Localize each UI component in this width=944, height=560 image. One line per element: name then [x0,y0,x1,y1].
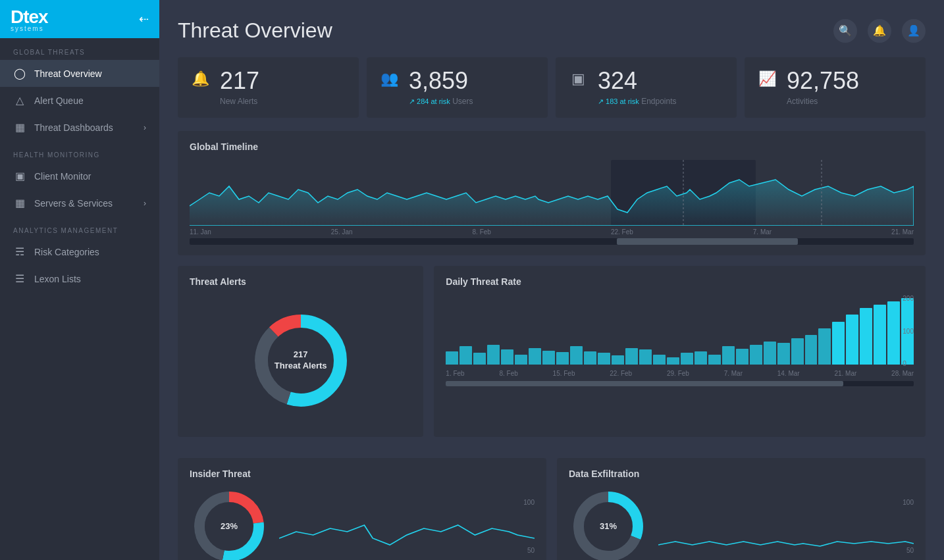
bar [791,338,804,365]
stat-card-alerts-content: 217 New Alerts [220,69,346,106]
bar-chart-right-labels: 200 100 0 [903,295,914,367]
daily-chart-scrollbar[interactable] [446,381,914,386]
donut-wrap: 217 Threat Alerts [190,295,411,426]
grid-icon: ▦ [13,121,26,134]
endpoints-value: 324 [598,69,723,93]
bar [846,315,858,365]
activities-icon: 📈 [758,70,776,88]
notifications-button[interactable]: 🔔 [868,19,891,43]
bar [529,348,541,365]
alerts-label: New Alerts [220,97,346,106]
timeline-scrollbar[interactable] [190,238,914,245]
activities-value: 92,758 [787,69,912,93]
bar [832,322,845,365]
bar [681,353,693,365]
bar [777,343,790,365]
bar [860,308,872,365]
bar-label: 14. Mar [777,370,800,377]
donut-label: 217 Threat Alerts [275,349,327,372]
bar [542,351,555,365]
bar-label: 8. Feb [499,370,517,377]
timeline-label: 21. Mar [891,228,914,236]
bar [625,348,638,365]
bar-label: 1. Feb [446,370,464,377]
stat-card-endpoints[interactable]: ▣ 324 183 at risk Endpoints [556,57,737,118]
bell-icon: 🔔 [191,70,209,88]
sidebar-item-label: Alert Queue [34,95,84,106]
bar [515,355,527,365]
back-icon[interactable]: ⇠ [139,12,149,26]
insider-donut-label: 23% [221,521,238,532]
bar-label: 29. Feb [667,370,689,377]
data-exfiltration-panel: Data Exfiltration 31% 100 [557,458,926,560]
stat-cards: 🔔 217 New Alerts 👥 3,859 284 at risk Use… [178,57,926,118]
timeline-label: 11. Jan [190,228,211,236]
search-button[interactable]: 🔍 [833,19,857,43]
bar [487,345,500,365]
insider-mini-chart: 100 50 [279,499,535,554]
stat-card-users[interactable]: 👥 3,859 284 at risk Users [367,57,548,118]
exfiltration-content: 31% 100 50 [569,487,914,560]
users-value: 3,859 [409,69,535,93]
timeline-labels: 11. Jan 25. Jan 8. Feb 22. Feb 7. Mar 21… [190,228,914,236]
bar [736,349,748,365]
bar [446,351,458,365]
user-button[interactable]: 👤 [902,19,926,43]
donut-sublabel: Threat Alerts [275,361,327,370]
exfiltration-chart-label-mid: 50 [906,547,914,554]
timeline-label: 7. Mar [753,228,772,236]
bar-label: 22. Feb [610,370,632,377]
middle-panels-row: Threat Alerts 217 Threa [178,266,926,447]
exfiltration-donut-value: 31% [600,521,617,531]
server-icon: ▦ [13,197,26,209]
sidebar: Dtex systems ⇠ GLOBAL THREATS ◯ Threat O… [0,0,159,560]
sidebar-item-label: Risk Categories [34,247,99,257]
bar-chart-labels: 1. Feb 8. Feb 15. Feb 22. Feb 29. Feb 7.… [446,370,914,377]
bar [695,351,707,365]
bar [764,342,776,365]
timeline-chart [190,160,914,226]
bar [639,349,652,365]
sidebar-item-servers-services[interactable]: ▦ Servers & Services › [0,190,159,216]
bar [722,346,735,365]
donut-value: 217 [294,349,308,359]
timeline-scrollbar-thumb[interactable] [617,238,798,245]
menu-icon: ☰ [13,272,26,285]
daily-threat-rate-title: Daily Threat Rate [446,276,914,287]
bar-chart: 200 100 0 [446,295,914,367]
insider-chart-label-top: 100 [523,499,535,506]
daily-scrollbar-thumb[interactable] [446,381,843,386]
sidebar-item-lexon-lists[interactable]: ☰ Lexon Lists [0,265,159,292]
bar [473,353,486,365]
alerts-value: 217 [220,69,346,93]
donut-container: 217 Threat Alerts [248,308,354,413]
bar-label: 15. Feb [553,370,575,377]
bar [598,353,610,365]
sidebar-logo[interactable]: Dtex systems ⇠ [0,0,159,38]
warning-icon: △ [13,94,26,107]
exfiltration-chart-label-top: 100 [903,499,914,506]
bar-label: 7. Mar [724,370,743,377]
stat-card-alerts[interactable]: 🔔 217 New Alerts [178,57,359,118]
bar [818,328,831,365]
stat-card-activities[interactable]: 📈 92,758 Activities [745,57,926,118]
bar [584,351,596,365]
sidebar-item-threat-dashboards[interactable]: ▦ Threat Dashboards › [0,114,159,141]
bar [653,355,666,365]
users-at-risk: 284 at risk [409,97,450,105]
threat-alerts-title: Threat Alerts [190,276,411,287]
sidebar-item-alert-queue[interactable]: △ Alert Queue [0,87,159,114]
page-title: Threat Overview [178,18,332,43]
timeline-panel: Global Timeline 11. Jan 25. Ja [178,131,926,255]
sidebar-item-threat-overview[interactable]: ◯ Threat Overview [0,60,159,87]
sidebar-item-label: Lexon Lists [34,274,81,284]
main-content: Threat Overview 🔍 🔔 👤 🔔 217 New Alerts 👥… [159,0,944,560]
sidebar-item-risk-categories[interactable]: ☴ Risk Categories [0,238,159,265]
bar [750,345,762,365]
stat-card-activities-content: 92,758 Activities [787,69,912,106]
stat-card-users-content: 3,859 284 at risk Users [409,69,535,106]
threat-alerts-panel: Threat Alerts 217 Threa [178,266,423,437]
sidebar-item-client-monitor[interactable]: ▣ Client Monitor [0,163,159,190]
bar [501,349,513,365]
sidebar-item-label: Threat Overview [34,68,102,79]
